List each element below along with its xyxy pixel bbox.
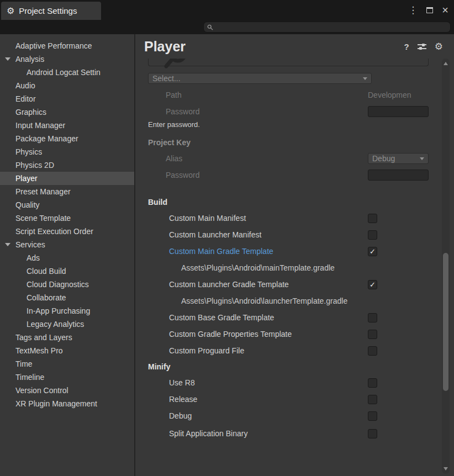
sidebar-item-graphics[interactable]: Graphics <box>0 105 134 119</box>
alias-label: Alias <box>166 154 182 163</box>
sidebar-item-label: Quality <box>15 200 40 209</box>
menu-kebab-icon[interactable]: ⋮ <box>408 4 418 16</box>
sidebar-item-label: Tags and Layers <box>15 333 72 342</box>
setting-row-custom-launcher-manifest: Custom Launcher Manifest <box>148 229 429 240</box>
sidebar-item-label: XR Plugin Management <box>15 399 97 408</box>
keystore-select-dropdown[interactable]: Select... <box>148 73 372 84</box>
sidebar-item-version-control[interactable]: Version Control <box>0 384 134 397</box>
sidebar-item-in-app-purchasing[interactable]: In-App Purchasing <box>0 304 134 318</box>
setting-label-debug: Debug <box>169 411 192 420</box>
sidebar-item-services[interactable]: Services <box>0 238 134 251</box>
help-icon[interactable]: ? <box>404 42 409 51</box>
project-key-password-row: Password <box>148 170 429 181</box>
sidebar-item-textmesh-pro[interactable]: TextMesh Pro <box>0 344 134 357</box>
sidebar-item-label: Audio <box>15 81 35 90</box>
sidebar-item-label: Services <box>15 240 45 249</box>
checkbox-custom-launcher-manifest[interactable] <box>368 230 377 240</box>
body: Adaptive PerformanceAnalysisAndroid Logc… <box>0 34 454 476</box>
sidebar-item-android-logcat-settin[interactable]: Android Logcat Settin <box>0 66 134 79</box>
sidebar-item-label: TextMesh Pro <box>15 346 63 355</box>
setting-row-custom-main-manifest: Custom Main Manifest <box>148 213 429 224</box>
scroll-up-arrow-icon[interactable] <box>444 62 448 65</box>
checkbox-split-application-binary[interactable] <box>368 429 377 438</box>
sidebar-item-input-manager[interactable]: Input Manager <box>0 119 134 132</box>
setting-label-custom-main-gradle-template[interactable]: Custom Main Gradle Template <box>169 247 273 256</box>
close-icon[interactable]: × <box>442 4 448 15</box>
checkbox-custom-base-gradle-template[interactable] <box>368 313 377 322</box>
checkbox-custom-main-gradle-template[interactable] <box>368 247 377 256</box>
split-application-binary-row: Split Application Binary <box>148 428 429 439</box>
setting-label-split-application-binary: Split Application Binary <box>169 429 247 438</box>
checkbox-custom-main-manifest[interactable] <box>368 214 377 223</box>
foldout-arrow-icon[interactable] <box>5 243 10 246</box>
project-key-password-field[interactable] <box>368 170 429 181</box>
project-key-password-label: Password <box>166 171 199 179</box>
checkbox-debug[interactable] <box>368 411 377 421</box>
window-controls: ⋮ × <box>408 0 448 20</box>
sidebar-item-tags-and-layers[interactable]: Tags and Layers <box>0 331 134 344</box>
sidebar-item-label: Version Control <box>15 386 68 395</box>
sidebar-item-label: Legacy Analytics <box>27 320 84 329</box>
checkbox-use-r8[interactable] <box>368 378 377 388</box>
settings-search-field[interactable] <box>203 22 451 33</box>
sidebar-item-label: Player <box>15 174 38 183</box>
gradle-path-custom-main-gradle-template: Assets\Plugins\Android\mainTemplate.grad… <box>181 263 429 272</box>
keystore-select-row: Select... <box>148 73 429 84</box>
setting-row-custom-gradle-properties-template: Custom Gradle Properties Template <box>148 329 429 340</box>
minify-section-title: Minify <box>148 362 429 372</box>
sidebar-item-physics-2d[interactable]: Physics 2D <box>0 158 134 172</box>
keystore-password-field[interactable] <box>368 106 429 117</box>
vertical-scrollbar[interactable] <box>442 59 450 474</box>
sidebar-item-audio[interactable]: Audio <box>0 79 134 92</box>
sidebar-item-quality[interactable]: Quality <box>0 198 134 211</box>
checkbox-custom-gradle-properties-template[interactable] <box>368 330 377 339</box>
checkbox-custom-launcher-gradle-template[interactable] <box>368 280 377 289</box>
scroll-down-arrow-icon[interactable] <box>444 467 448 470</box>
setting-label-custom-main-manifest: Custom Main Manifest <box>169 214 246 223</box>
magnifier-icon <box>163 59 189 70</box>
sidebar-item-physics[interactable]: Physics <box>0 145 134 158</box>
sidebar-item-xr-plugin-management[interactable]: XR Plugin Management <box>0 397 134 410</box>
keystore-path-value: Developmen <box>368 91 429 99</box>
sidebar-item-adaptive-performance[interactable]: Adaptive Performance <box>0 39 134 52</box>
sidebar-item-scene-template[interactable]: Scene Template <box>0 211 134 225</box>
window-tab[interactable]: ⚙ Project Settings <box>1 2 101 20</box>
toolbar <box>0 20 454 34</box>
search-icon <box>207 24 213 30</box>
preset-icon[interactable] <box>418 43 426 50</box>
sidebar-item-collaborate[interactable]: Collaborate <box>0 291 134 304</box>
sidebar-item-ads[interactable]: Ads <box>0 251 134 265</box>
settings-content: Select... Path Developmen Password Enter… <box>135 59 454 476</box>
sidebar-item-cloud-build[interactable]: Cloud Build <box>0 265 134 278</box>
sidebar-item-legacy-analytics[interactable]: Legacy Analytics <box>0 318 134 331</box>
sidebar-item-label: Cloud Diagnostics <box>27 280 89 289</box>
sidebar-item-player[interactable]: Player <box>0 172 134 185</box>
gear-icon[interactable]: ⚙ <box>435 41 443 52</box>
sidebar-item-label: Ads <box>27 253 40 262</box>
scrollbar-thumb[interactable] <box>443 253 448 391</box>
foldout-arrow-icon[interactable] <box>5 57 10 61</box>
search-input[interactable] <box>216 23 447 31</box>
checkbox-release[interactable] <box>368 395 377 404</box>
sidebar-item-label: Adaptive Performance <box>15 41 92 50</box>
sidebar-item-time[interactable]: Time <box>0 357 134 371</box>
sidebar-item-label: Time <box>15 359 33 368</box>
setting-row-custom-proguard-file: Custom Proguard File <box>148 345 429 356</box>
sidebar-item-label: Package Manager <box>15 134 78 143</box>
setting-label-custom-launcher-gradle-template: Custom Launcher Gradle Template <box>169 280 289 289</box>
alias-dropdown[interactable]: Debug <box>368 153 429 164</box>
sidebar-item-cloud-diagnostics[interactable]: Cloud Diagnostics <box>0 278 134 291</box>
setting-label-custom-gradle-properties-template: Custom Gradle Properties Template <box>169 330 292 339</box>
sidebar-item-timeline[interactable]: Timeline <box>0 371 134 384</box>
maximize-icon[interactable] <box>426 7 433 13</box>
sidebar: Adaptive PerformanceAnalysisAndroid Logc… <box>0 34 134 476</box>
sidebar-item-analysis[interactable]: Analysis <box>0 52 134 66</box>
sidebar-item-script-execution-order[interactable]: Script Execution Order <box>0 225 134 238</box>
setting-row-debug: Debug <box>148 410 429 421</box>
sidebar-item-package-manager[interactable]: Package Manager <box>0 132 134 145</box>
sidebar-item-editor[interactable]: Editor <box>0 92 134 105</box>
checkbox-custom-proguard-file[interactable] <box>368 346 377 356</box>
sidebar-item-preset-manager[interactable]: Preset Manager <box>0 185 134 198</box>
sidebar-item-label: Preset Manager <box>15 187 71 196</box>
alias-row: Alias Debug <box>148 153 429 164</box>
